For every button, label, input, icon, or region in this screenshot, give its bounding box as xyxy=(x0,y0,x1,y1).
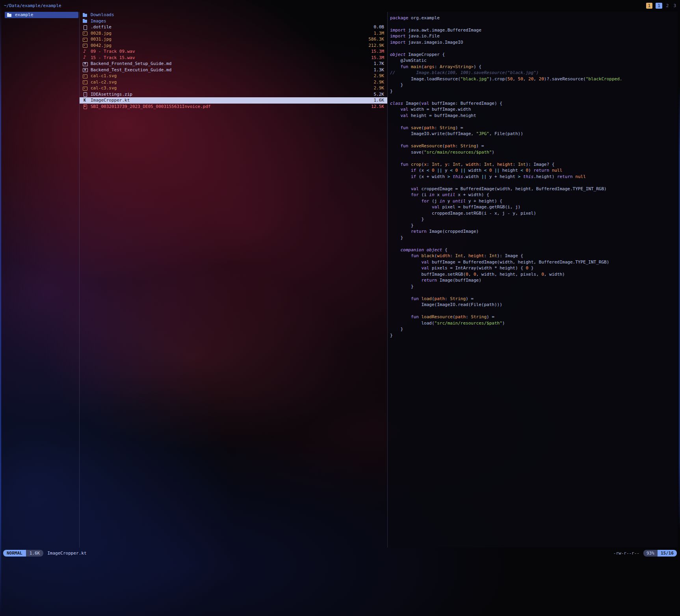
file-name: Backend_Frontend_Setup_Guide.md xyxy=(91,61,171,66)
code-line: croppedImage.setRGB(i - x, j - y, pixel) xyxy=(390,210,678,217)
file-row[interactable]: Backend_Test_Execution_Guide.md1.3K xyxy=(80,67,387,73)
window-border-left xyxy=(0,0,1,616)
file-name: 09 - Track 09.wav xyxy=(91,49,135,54)
mode-badge: NORMAL xyxy=(3,550,26,557)
code-line: for (j in y until y + height) { xyxy=(390,198,678,204)
code-line: package org.example xyxy=(390,15,678,21)
code-line: // Image.black(100, 100).saveResource("b… xyxy=(390,70,678,76)
tab-plain-3[interactable]: 3 xyxy=(673,3,677,9)
pdf-icon xyxy=(83,104,88,109)
code-line: Image.loadResource("black.jpg").crop(50,… xyxy=(390,76,678,82)
parent-dir-item[interactable]: example xyxy=(5,12,78,18)
img-icon xyxy=(83,74,88,78)
code-line: ImageIO.write(buffImage, "JPG", File(pat… xyxy=(390,131,678,137)
code-line xyxy=(390,289,678,296)
code-line xyxy=(390,241,678,247)
file-size: 12.5K xyxy=(371,104,384,109)
code-line: val width = buffImage.width xyxy=(390,106,678,113)
code-line: fun loadResource(path: String) = xyxy=(390,314,678,320)
file-row[interactable]: 15 - Track 15.wav15.3M xyxy=(80,55,387,61)
code-line: if (x + width > this.width || y + height… xyxy=(390,174,678,180)
file-name: SBI_0032013739_2023_DE05_0003155631Invoi… xyxy=(91,104,211,109)
file-name: cal-c3.svg xyxy=(91,85,117,91)
tab-plain-2[interactable]: 2 xyxy=(665,3,670,9)
code-line: } xyxy=(390,216,678,223)
file-size: 15.3M xyxy=(371,55,384,60)
file-name: Downloads xyxy=(91,12,114,17)
file-name: Backend_Test_Execution_Guide.md xyxy=(91,67,171,72)
parent-pane: example xyxy=(4,12,79,547)
code-line: } xyxy=(390,235,678,241)
code-line: load("src/main/resources/$path") xyxy=(390,320,678,327)
tab-bar: 1123 xyxy=(646,3,677,9)
file-size: 1.3K xyxy=(374,67,385,72)
file-row[interactable]: 09 - Track 09.wav15.3M xyxy=(80,48,387,55)
file-row[interactable]: ImageCropper.kt1.6K xyxy=(80,97,387,104)
status-bar: NORMAL 1.6K ImageCropper.kt -rw-r--r-- 9… xyxy=(3,549,677,557)
folder-icon xyxy=(83,13,88,17)
folder-icon xyxy=(7,13,12,17)
md-icon xyxy=(83,67,88,72)
status-filename: ImageCropper.kt xyxy=(47,551,86,556)
file-size: 0.0B xyxy=(374,24,385,30)
file-size: 2.9K xyxy=(374,80,385,85)
file-row[interactable]: cal-c1.svg2.9K xyxy=(80,73,387,79)
code-line: Image(ImageIO.read(File(path))) xyxy=(390,302,678,308)
code-line: val height = buffImage.height xyxy=(390,113,678,119)
scroll-percent-badge: 93% xyxy=(643,550,658,557)
code-line: } xyxy=(390,284,678,290)
code-line: import javax.imageio.ImageIO xyxy=(390,39,678,46)
tab-blue-1[interactable]: 1 xyxy=(656,3,662,9)
breadcrumb-path: ~/Data/example/example xyxy=(4,3,61,8)
kt-icon xyxy=(83,98,88,103)
code-line: fun saveResource(path: String) = xyxy=(390,143,678,149)
code-line: } xyxy=(390,326,678,332)
file-row[interactable]: 0028.jpg1.3M xyxy=(80,30,387,37)
file-row[interactable]: .dotfile0.0B xyxy=(80,24,387,30)
code-line: save("src/main/resources/$path") xyxy=(390,149,678,156)
code-line: val buffImage = BufferedImage(width, hei… xyxy=(390,259,678,265)
file-row[interactable]: IDEAsettings.zip5.2K xyxy=(80,91,387,98)
code-line: fun save(path: String) = xyxy=(390,125,678,131)
file-row[interactable]: Backend_Frontend_Setup_Guide.md1.7K xyxy=(80,61,387,67)
file-row[interactable]: 0042.jpg212.9K xyxy=(80,43,387,49)
file-row[interactable]: cal-c3.svg2.9K xyxy=(80,85,387,91)
code-line xyxy=(390,308,678,314)
audio-icon xyxy=(83,55,88,60)
file-row[interactable]: cal-c2.svg2.9K xyxy=(80,79,387,85)
file-row[interactable]: 0031.jpg586.3K xyxy=(80,36,387,43)
code-line: return Image(buffImage) xyxy=(390,277,678,284)
code-line xyxy=(390,94,678,100)
code-line: if (x < 0 || y < 0 || width < 0 || heigh… xyxy=(390,167,678,174)
file-name: 15 - Track 15.wav xyxy=(91,55,135,60)
file-size: 212.9K xyxy=(368,43,384,48)
file-size: 2.9K xyxy=(374,73,385,78)
code-line xyxy=(390,155,678,161)
code-line xyxy=(390,180,678,186)
code-line: val pixels = IntArray(width * height) { … xyxy=(390,265,678,271)
file-name: Images xyxy=(91,19,106,24)
file-row[interactable]: Downloads xyxy=(80,12,387,18)
md-icon xyxy=(83,61,88,66)
code-line xyxy=(390,45,678,52)
tab-amber-1[interactable]: 1 xyxy=(646,3,653,9)
folder-icon xyxy=(83,19,88,23)
file-list-pane[interactable]: DownloadsImages.dotfile0.0B0028.jpg1.3M0… xyxy=(79,12,387,547)
code-line: return Image(croppedImage) xyxy=(390,228,678,235)
code-line: fun black(width: Int, height: Int): Imag… xyxy=(390,253,678,259)
file-name: 0028.jpg xyxy=(91,31,111,36)
file-size: 5.2K xyxy=(374,92,385,97)
file-size-badge: 1.6K xyxy=(26,550,44,557)
permissions-text: -rw-r--r-- xyxy=(613,551,639,556)
file-size: 2.9K xyxy=(374,85,385,91)
zip-icon xyxy=(83,92,88,96)
code-line: for (i in x until x + width) { xyxy=(390,192,678,198)
code-line: val pixel = buffImage.getRGB(i, j) xyxy=(390,204,678,210)
code-line: val croppedImage = BufferedImage(width, … xyxy=(390,186,678,192)
doc-icon xyxy=(83,25,88,30)
file-row[interactable]: SBI_0032013739_2023_DE05_0003155631Invoi… xyxy=(80,104,387,110)
preview-pane[interactable]: package org.example import java.awt.imag… xyxy=(387,12,678,547)
file-name: cal-c1.svg xyxy=(91,73,117,78)
code-line xyxy=(390,137,678,143)
file-row[interactable]: Images xyxy=(80,18,387,24)
